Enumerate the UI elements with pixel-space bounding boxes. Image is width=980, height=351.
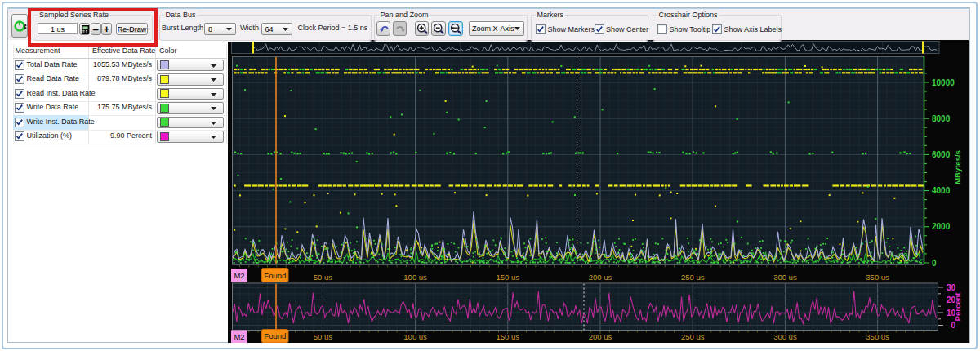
svg-text:6000: 6000 [932,150,951,159]
svg-text:50 us: 50 us [314,332,332,341]
svg-text:200 us: 200 us [589,332,612,341]
svg-text:2000: 2000 [932,222,951,231]
svg-text:200 us: 200 us [589,273,612,282]
svg-text:100 us: 100 us [403,273,427,282]
svg-text:300 us: 300 us [773,332,797,341]
svg-text:0: 0 [951,321,956,330]
svg-text:50 us: 50 us [314,273,332,282]
svg-text:8000: 8000 [932,114,951,123]
svg-text:Found: Found [264,271,286,280]
svg-text:300 us: 300 us [773,273,797,282]
svg-text:Percent: Percent [953,292,962,322]
svg-text:30: 30 [947,283,956,292]
svg-text:10000: 10000 [932,78,955,87]
svg-text:M2: M2 [234,271,244,280]
svg-text:Found: Found [264,331,286,340]
svg-text:4000: 4000 [932,186,951,195]
svg-text:M2: M2 [234,332,244,341]
svg-text:350 us: 350 us [866,332,889,341]
svg-text:150 us: 150 us [497,332,520,341]
svg-text:250 us: 250 us [681,332,705,341]
svg-text:100 us: 100 us [403,332,427,341]
svg-text:350 us: 350 us [866,273,889,282]
svg-text:250 us: 250 us [681,273,705,282]
svg-text:0: 0 [932,259,937,268]
svg-text:MBytes/s: MBytes/s [953,150,962,184]
svg-text:150 us: 150 us [497,273,520,282]
